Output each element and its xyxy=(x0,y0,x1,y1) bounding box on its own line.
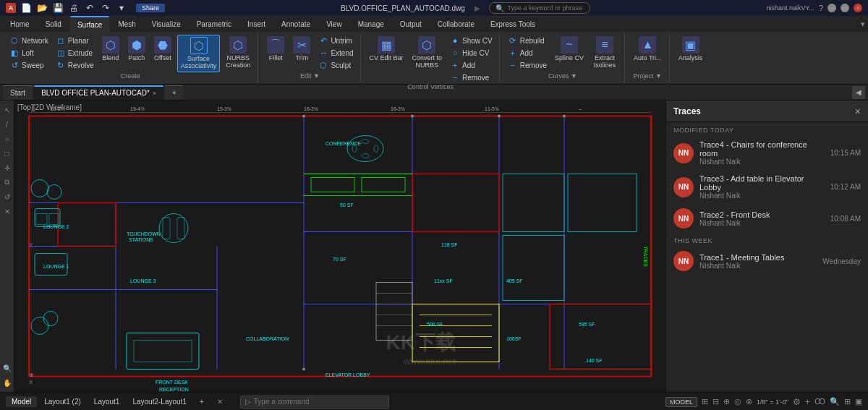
tab-solid[interactable]: Solid xyxy=(38,16,69,32)
minimize-button[interactable]: ─ xyxy=(827,4,836,12)
patch-btn[interactable]: ⬢ Patch xyxy=(125,35,148,64)
settings-icon[interactable]: ⚙ xyxy=(793,397,801,407)
search-input[interactable] xyxy=(507,4,588,12)
doc-tab-close[interactable]: × xyxy=(153,90,156,97)
tab-annotate[interactable]: Annotate xyxy=(274,16,318,32)
layout1-2-tab[interactable]: Layout1 (2) xyxy=(38,396,87,407)
model-space-btn[interactable]: MODEL xyxy=(665,397,697,407)
add-cv-btn[interactable]: + Add xyxy=(448,59,495,71)
ortho-icon[interactable]: ⊕ xyxy=(723,397,730,406)
select-tool-btn[interactable]: ↖ xyxy=(1,103,14,116)
sculpt-label: Sculpt xyxy=(331,61,351,69)
line-tool-btn[interactable]: / xyxy=(1,118,14,131)
hide-cv-btn[interactable]: ○ Hide CV xyxy=(448,47,495,59)
trace-item-1[interactable]: NN Trace1 - Meeting Tables Nishant Naik … xyxy=(666,247,868,276)
maximize-button[interactable]: □ xyxy=(841,4,849,12)
extract-isolines-btn[interactable]: ≡ ExtractIsolines xyxy=(590,35,620,71)
panel-icon[interactable]: ▣ xyxy=(855,397,862,406)
osnap-icon[interactable]: ⊗ xyxy=(746,397,752,406)
share-button[interactable]: Share xyxy=(136,4,165,12)
rect-tool-btn[interactable]: □ xyxy=(1,147,14,160)
extrude-btn[interactable]: ◫ Extrude xyxy=(54,47,96,59)
tab-visualize[interactable]: Visualize xyxy=(145,16,188,32)
nurbs-creation-btn[interactable]: ⬡ NURBSCreation xyxy=(223,35,253,71)
model-tab[interactable]: Model xyxy=(6,396,37,407)
panel-collapse-btn[interactable]: ◀ xyxy=(852,86,865,99)
undo-btn[interactable]: ↶ xyxy=(82,1,97,15)
remove-cv-btn[interactable]: − Remove xyxy=(448,72,495,83)
new-btn[interactable]: 📄 xyxy=(19,1,33,15)
tab-view[interactable]: View xyxy=(319,16,349,32)
copy-tool-btn[interactable]: ⧉ xyxy=(1,176,14,189)
rotate-tool-btn[interactable]: ↺ xyxy=(1,190,14,203)
command-box[interactable]: ▷ xyxy=(240,396,389,409)
spline-cv-btn[interactable]: ~ Spline CV xyxy=(552,35,587,64)
add-layout-btn[interactable]: + xyxy=(194,396,210,407)
remove-curve-btn[interactable]: − Remove xyxy=(506,59,549,71)
trim-btn[interactable]: ✂ Trim xyxy=(290,35,313,64)
annotation-icon[interactable]: Ꝏ xyxy=(814,397,825,406)
plot-btn[interactable]: 🖨 xyxy=(67,1,81,15)
trace-item-3[interactable]: NN Trace3 - Add table in Elevator Lobby … xyxy=(666,170,868,204)
tab-mesh[interactable]: Mesh xyxy=(111,16,142,32)
viewport[interactable]: [Top][2D Wireframe] 18-2½ 19-4½ 15-3⅛ 16… xyxy=(14,101,665,392)
tab-insert[interactable]: Insert xyxy=(240,16,273,32)
move-tool-btn[interactable]: ✛ xyxy=(1,161,14,174)
tab-express-tools[interactable]: Express Tools xyxy=(483,16,542,32)
grid-icon[interactable]: ⊞ xyxy=(702,397,708,406)
help-icon[interactable]: ? xyxy=(819,4,823,12)
polar-icon[interactable]: ◎ xyxy=(734,397,741,406)
rebuild-btn[interactable]: ⟳ Rebuild xyxy=(506,35,549,46)
blend-btn[interactable]: ⬡ Blend xyxy=(99,35,122,64)
tab-home[interactable]: Home xyxy=(3,16,37,32)
show-cv-btn[interactable]: ● Show CV xyxy=(448,35,495,46)
doc-tab-new[interactable]: + xyxy=(165,85,184,100)
auto-tri-btn[interactable]: ▲ Auto Tri... xyxy=(631,35,665,64)
circle-tool-btn[interactable]: ○ xyxy=(1,132,14,145)
zoom-icon[interactable]: 🔍 xyxy=(830,397,840,406)
network-btn[interactable]: ⬡ Network xyxy=(7,35,51,46)
close-button[interactable]: ✕ xyxy=(854,4,862,12)
redo-btn[interactable]: ↷ xyxy=(98,1,113,15)
pan-tool-btn[interactable]: ✋ xyxy=(1,376,14,389)
convert-nurbs-btn[interactable]: ⬡ Convert toNURBS xyxy=(409,35,446,71)
title-search[interactable]: 🔍 xyxy=(489,2,590,14)
trace-item-4[interactable]: NN Trace4 - Chairs for conference room N… xyxy=(666,136,868,170)
add-curve-btn[interactable]: + Add xyxy=(506,47,549,59)
tab-manage[interactable]: Manage xyxy=(351,16,391,32)
add-curve-label: Add xyxy=(520,49,533,57)
more-btn[interactable]: ▾ xyxy=(114,1,129,15)
add-icon[interactable]: + xyxy=(805,397,810,407)
erase-tool-btn[interactable]: ✕ xyxy=(1,205,14,218)
cv-edit-bar-btn[interactable]: ▦ CV Edit Bar xyxy=(367,35,407,64)
snap-icon[interactable]: ⊟ xyxy=(712,397,719,406)
sweep-btn[interactable]: ↺ Sweep xyxy=(7,59,51,71)
tab-output[interactable]: Output xyxy=(393,16,429,32)
traces-panel-close-btn[interactable]: × xyxy=(855,106,861,117)
tab-collaborate[interactable]: Collaborate xyxy=(430,16,482,32)
command-input[interactable] xyxy=(254,398,384,406)
tab-surface[interactable]: Surface xyxy=(70,16,109,32)
extend-btn[interactable]: ↔ Extend xyxy=(316,47,355,59)
save-btn[interactable]: 💾 xyxy=(51,1,65,15)
layout1-tab[interactable]: Layout1 xyxy=(88,396,126,407)
analysis-btn[interactable]: ▣ Analysis xyxy=(676,35,706,64)
tab-parametric[interactable]: Parametric xyxy=(190,16,239,32)
doc-tab-blvd[interactable]: BLVD OFFICE PLAN-AUTOCAD* × xyxy=(34,85,163,100)
sculpt-btn[interactable]: ⬡ Sculpt xyxy=(316,59,355,71)
loft-btn[interactable]: ◧ Loft xyxy=(7,47,51,59)
revolve-btn[interactable]: ↻ Revolve xyxy=(54,59,96,71)
fillet-btn[interactable]: ⌒ Fillet xyxy=(264,35,287,64)
doc-tab-start[interactable]: Start xyxy=(3,85,33,100)
ribbon-min-icon[interactable]: ▾ xyxy=(861,20,865,29)
workspace-icon[interactable]: ⊞ xyxy=(844,397,851,406)
zoom-tool-btn[interactable]: 🔍 xyxy=(1,362,14,375)
layout2-tab[interactable]: Layout2-Layout1 xyxy=(127,396,192,407)
surface-associativity-btn[interactable]: ⬡ SurfaceAssociativity xyxy=(177,35,221,72)
planar-btn[interactable]: ◻ Planar xyxy=(54,35,96,46)
trace-item-2[interactable]: NN Trace2 - Front Desk Nishant Naik 10:0… xyxy=(666,204,868,233)
open-btn[interactable]: 📂 xyxy=(35,1,49,15)
app-icon[interactable]: A xyxy=(6,3,16,13)
untrim-btn[interactable]: ↶ Untrim xyxy=(316,35,355,46)
offset-btn[interactable]: ⬣ Offset xyxy=(151,35,174,64)
